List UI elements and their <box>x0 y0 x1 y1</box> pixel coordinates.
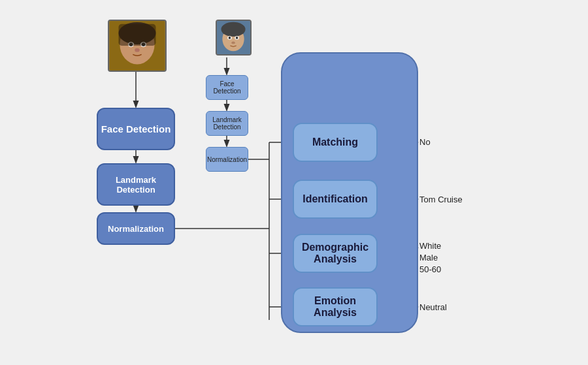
matching-label: Matching <box>312 136 358 148</box>
demographic-analysis-box: Demographic Analysis <box>293 234 378 273</box>
svg-rect-25 <box>119 24 156 46</box>
face-detection-box-left: Face Detection <box>97 108 175 150</box>
svg-point-28 <box>221 22 245 37</box>
identification-label: Identification <box>302 193 368 205</box>
face-detection-label-left: Face Detection <box>101 123 171 135</box>
emotion-output: Neutral <box>419 302 447 312</box>
left-face-photo <box>108 20 167 72</box>
face-detection-label-right: Face Detection <box>206 80 248 95</box>
svg-point-33 <box>231 42 235 44</box>
matching-box: Matching <box>293 123 378 162</box>
identification-output: Tom Cruise <box>419 195 463 204</box>
demographic-output: White Male 50-60 <box>419 240 441 276</box>
right-face-photo <box>216 20 252 56</box>
svg-point-31 <box>229 37 231 39</box>
svg-point-32 <box>236 37 238 39</box>
demographic-line1: White <box>419 241 441 251</box>
demographic-line2: Male <box>419 253 438 262</box>
landmark-detection-box-right: Landmark Detection <box>206 111 248 136</box>
landmark-detection-label-left: Landmark Detection <box>98 175 174 195</box>
demographic-analysis-label: Demographic Analysis <box>294 242 376 265</box>
identification-box: Identification <box>293 180 378 219</box>
landmark-detection-label-right: Landmark Detection <box>206 116 248 131</box>
face-detection-box-right: Face Detection <box>206 75 248 100</box>
diagram-container: Face Detection Landmark Detection Normal… <box>0 0 588 365</box>
normalization-label-left: Normalization <box>108 224 164 234</box>
normalization-box-right: Normaliz­ation <box>206 147 248 172</box>
emotion-analysis-box: Emotion Analysis <box>293 287 378 326</box>
svg-point-24 <box>135 48 140 52</box>
normalization-box-left: Normalization <box>97 212 175 245</box>
demographic-line3: 50-60 <box>419 264 441 274</box>
emotion-analysis-label: Emotion Analysis <box>294 295 376 319</box>
normalization-label-right: Normaliz­ation <box>207 156 247 163</box>
landmark-detection-box-left: Landmark Detection <box>97 163 175 206</box>
matching-output: No <box>419 137 431 147</box>
